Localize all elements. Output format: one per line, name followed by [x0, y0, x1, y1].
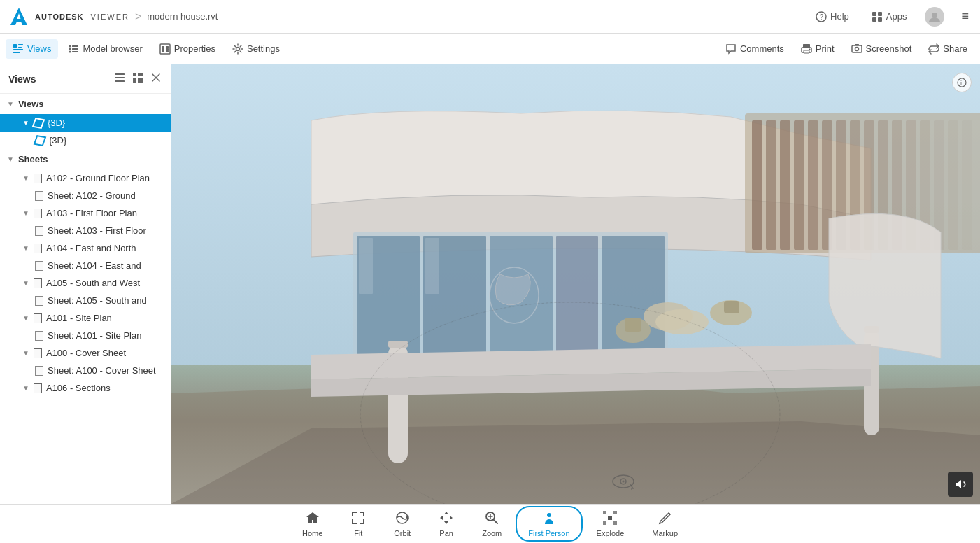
print-button[interactable]: Print [794, 39, 841, 59]
svg-point-12 [69, 45, 71, 47]
tree-item-a101-label: A101 - Site Plan [46, 313, 112, 323]
first-person-button[interactable]: First Person [516, 506, 582, 542]
tree-item-a104-parent[interactable]: ▼ A104 - East and North [0, 239, 171, 257]
views-chevron: ▼ [7, 100, 14, 108]
svg-rect-33 [115, 73, 125, 75]
tree-item-a102-parent[interactable]: ▼ A102 - Ground Floor Plan [0, 169, 171, 187]
apps-icon [872, 11, 883, 22]
tree-item-a102-sub[interactable]: Sheet: A102 - Ground [0, 187, 171, 204]
tree-item-a104-label: A104 - East and North [46, 243, 136, 253]
sheets-section-header[interactable]: ▼ Sheets [0, 149, 171, 169]
tree-item-a106-parent[interactable]: ▼ A106 - Sections [0, 379, 171, 397]
comments-button[interactable]: Comments [718, 39, 791, 59]
toolbar: Views Model browser Properties Sett [0, 34, 980, 64]
sidebar-header: Views [0, 64, 171, 94]
tree-item-a105-parent[interactable]: ▼ A105 - South and West [0, 274, 171, 292]
fit-button[interactable]: Fit [336, 506, 380, 542]
list-view-button[interactable] [113, 71, 126, 86]
markup-button[interactable]: Markup [638, 506, 692, 542]
autodesk-logo-icon [8, 6, 29, 27]
sheet-icon-a103 [34, 209, 42, 218]
apps-button[interactable]: Apps [867, 8, 911, 25]
help-button[interactable]: ? Help [811, 8, 853, 25]
svg-point-88 [623, 481, 625, 483]
tree-item-a100-label: A100 - Cover Sheet [46, 348, 126, 358]
svg-rect-15 [72, 48, 78, 50]
sheet-icon-a100-sub [35, 366, 43, 376]
views-button[interactable]: Views [6, 39, 58, 59]
svg-rect-30 [852, 45, 862, 52]
sheet-icon-a106 [34, 383, 42, 393]
svg-point-16 [69, 50, 71, 52]
sheet-icon-a101-sub [35, 331, 43, 341]
svg-rect-50 [359, 238, 373, 294]
model-browser-button[interactable]: Model browser [61, 39, 149, 59]
tree-item-a102-sub-label: Sheet: A102 - Ground [48, 190, 136, 201]
tree-item-a100-parent[interactable]: ▼ A100 - Cover Sheet [0, 344, 171, 362]
svg-rect-34 [115, 77, 125, 78]
megaphone-icon [953, 477, 967, 491]
tree-item-a103-sub[interactable]: Sheet: A103 - First Floor [0, 222, 171, 239]
svg-rect-79 [962, 120, 972, 250]
list-icon [115, 73, 125, 83]
svg-rect-102 [613, 511, 617, 514]
tree-item-a100-sub-label: Sheet: A100 - Cover Sheet [48, 365, 156, 376]
svg-rect-66 [780, 120, 790, 250]
close-sidebar-button[interactable] [150, 71, 162, 86]
svg-rect-103 [603, 521, 606, 525]
tree-item-a102-label: A102 - Ground Floor Plan [46, 173, 150, 183]
svg-rect-19 [162, 46, 164, 48]
screenshot-button[interactable]: Screenshot [844, 39, 919, 59]
properties-button[interactable]: Properties [152, 39, 222, 59]
svg-rect-24 [166, 50, 169, 52]
info-button[interactable]: i [952, 73, 972, 92]
tree-item-a100-sub[interactable]: Sheet: A100 - Cover Sheet [0, 362, 171, 379]
svg-rect-68 [808, 120, 818, 250]
zoom-button[interactable]: Zoom [468, 506, 516, 542]
svg-rect-56 [625, 318, 641, 332]
svg-rect-104 [613, 521, 617, 525]
cube-icon [32, 118, 45, 129]
tree-item-a103-parent[interactable]: ▼ A103 - First Floor Plan [0, 204, 171, 222]
svg-rect-37 [138, 73, 143, 76]
explode-button[interactable]: Explode [583, 506, 639, 542]
svg-rect-60 [388, 341, 408, 348]
views-section-header[interactable]: ▼ Views [0, 94, 171, 114]
svg-point-6 [932, 13, 937, 18]
a102-chevron: ▼ [22, 174, 29, 182]
pan-button[interactable]: Pan [425, 506, 468, 542]
tree-item-3d-parent[interactable]: ▼ {3D} [0, 114, 171, 132]
tree-item-3d-parent-label: {3D} [48, 118, 65, 128]
avatar[interactable] [925, 7, 944, 27]
svg-rect-100 [608, 516, 612, 520]
grid-view-button[interactable] [132, 71, 144, 86]
svg-rect-57 [724, 301, 739, 313]
first-person-icon [541, 510, 557, 528]
share-button[interactable]: Share [921, 39, 974, 59]
tree-item-a101-sub[interactable]: Sheet: A101 - Site Plan [0, 327, 171, 344]
3d-viewer[interactable]: i [171, 64, 980, 504]
share-icon [928, 43, 939, 55]
svg-rect-28 [804, 50, 809, 53]
svg-rect-7 [13, 44, 17, 48]
bottom-toolbar: Home Fit Orbit [0, 504, 980, 543]
home-button[interactable]: Home [288, 506, 336, 542]
pan-icon [439, 510, 454, 528]
svg-rect-21 [162, 48, 164, 50]
tree-item-3d-child[interactable]: {3D} [0, 132, 171, 149]
tree-item-a104-sub[interactable]: Sheet: A104 - East and [0, 257, 171, 274]
megaphone-button[interactable] [948, 472, 973, 497]
logo-area: AUTODESK VIEWER > modern house.rvt [8, 6, 218, 27]
hamburger-menu-button[interactable]: ≡ [958, 6, 972, 27]
orbit-button[interactable]: Orbit [380, 506, 425, 542]
svg-rect-13 [72, 45, 78, 47]
svg-rect-10 [13, 49, 23, 50]
tree-item-a105-sub[interactable]: Sheet: A105 - South and [0, 292, 171, 309]
settings-button[interactable]: Settings [225, 39, 287, 59]
sheet-icon-a102-sub [35, 191, 43, 201]
tree-item-a106-label: A106 - Sections [46, 383, 111, 393]
svg-rect-11 [13, 52, 20, 53]
svg-rect-4 [872, 17, 876, 22]
svg-rect-3 [878, 12, 882, 16]
tree-item-a101-parent[interactable]: ▼ A101 - Site Plan [0, 309, 171, 327]
